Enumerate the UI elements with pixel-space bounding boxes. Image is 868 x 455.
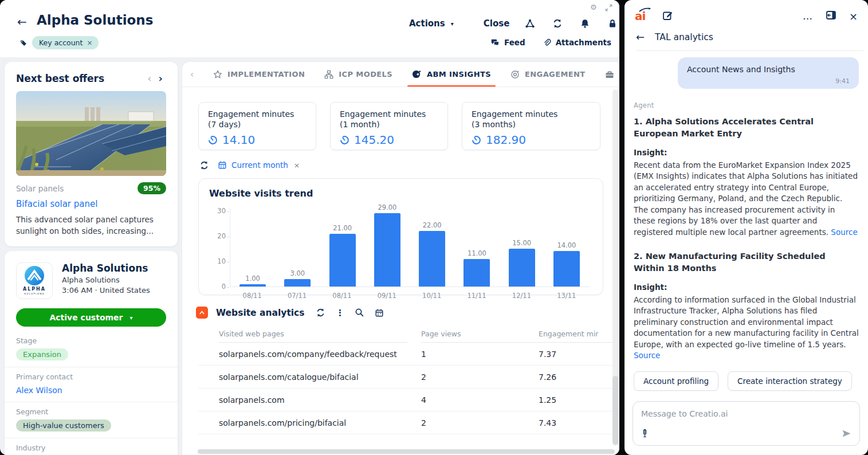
offer-category: Solar panels [16, 184, 138, 193]
website-visits-chart-card: Website visits trend 01020301.003.0021.0… [198, 178, 603, 295]
search-icon[interactable] [354, 307, 366, 319]
agent-section-body: Insight:According to information surface… [634, 282, 859, 362]
table-cell: 1.25 [539, 395, 619, 405]
insight-label: Insight: [634, 282, 859, 293]
bar-value-label: 3.00 [290, 269, 305, 277]
filter-refresh-icon[interactable] [198, 159, 210, 171]
ai-message-input[interactable] [633, 402, 859, 425]
metric-value: 145.20 [354, 133, 394, 147]
table-row[interactable]: solarpanels.com/company/feedback/request… [198, 343, 619, 366]
source-link[interactable]: Source [634, 351, 660, 360]
x-axis-label: 09/11 [374, 292, 400, 300]
close-record-button[interactable]: Close [484, 18, 510, 29]
ai-message-input-box [633, 401, 860, 446]
gear-icon[interactable]: ⚙ [590, 3, 597, 11]
offer-product-link[interactable]: Bifacial solar panel [16, 199, 166, 209]
chart-bar [553, 251, 580, 287]
more-options-icon[interactable]: ⋮ [335, 307, 346, 319]
segment-pill[interactable]: High-value customers [16, 419, 111, 432]
back-icon[interactable]: ← [17, 15, 27, 29]
user-message-text: Account News and Insigths [687, 65, 850, 74]
actions-button[interactable]: Actions ▾ [409, 18, 454, 29]
account-status-button[interactable]: Active customer ▾ [16, 308, 166, 327]
account-name: Alpha Solutions [62, 262, 150, 274]
tabs-scroll-left-icon[interactable]: ‹ [190, 69, 194, 80]
ai-menu-icon[interactable]: … [803, 10, 813, 22]
horizontal-scrollbar[interactable] [198, 449, 615, 454]
feed-button[interactable]: Feed [490, 38, 525, 47]
voice-input-icon[interactable] [641, 429, 649, 440]
ai-panel-header: ai … × [625, 0, 868, 24]
analytics-rows: solarpanels.com/company/feedback/request… [198, 343, 619, 434]
chart-bar-group: 11.00 [464, 249, 490, 287]
tab-icp-models[interactable]: ICP MODELS [324, 62, 392, 87]
ai-chat-area: Account News and Insigths 9:41 Agent 1. … [634, 57, 859, 395]
tab-engagement[interactable]: ENGAGEMENT [510, 62, 586, 87]
message-timestamp: 9:41 [687, 77, 850, 85]
field-stage: Stage Expansion [5, 331, 178, 367]
chart-bar-group: 3.00 [284, 269, 311, 287]
dock-panel-icon[interactable] [826, 10, 836, 23]
field-industry: Industry Manufacturing and di... [5, 438, 178, 455]
close-panel-icon[interactable]: × [849, 10, 858, 22]
agent-section-heading: 1. Alpha Solutions Accelerates Central E… [634, 116, 859, 140]
filter-row: Current month × [198, 159, 619, 171]
tag-icon [19, 39, 28, 47]
y-axis-tick: 20 [210, 232, 226, 240]
tab-health[interactable]: HEA [605, 62, 619, 87]
collapse-section-icon[interactable] [196, 307, 208, 319]
svg-text:SOLUTIONS: SOLUTIONS [24, 292, 45, 295]
offers-prev-icon[interactable]: ‹ [144, 72, 155, 84]
table-row[interactable]: solarpanels.com/pricing/bifacial27.43 [198, 411, 619, 434]
metric-value: 182.90 [486, 133, 526, 147]
next-best-offers-card: Next best offers ‹ › [5, 62, 178, 246]
column-header-views[interactable]: Page views [421, 325, 539, 343]
table-row[interactable]: solarpanels.com41.25 [198, 389, 619, 411]
vertical-scrollbar-track[interactable] [612, 89, 618, 446]
notifications-bell-icon[interactable] [578, 17, 592, 30]
account-meta: 3:06 AM · United States [62, 286, 150, 295]
bar-value-label: 22.00 [423, 221, 442, 229]
vertical-scrollbar-thumb[interactable] [612, 376, 618, 445]
stage-pill[interactable]: Expansion [16, 348, 68, 360]
source-link[interactable]: Source [831, 227, 857, 237]
table-cell: 7.37 [539, 350, 619, 359]
attachments-button[interactable]: Attachments [543, 38, 611, 47]
column-header-engagement[interactable]: Engagement mir [539, 325, 619, 343]
tab-implementation[interactable]: IMPLEMENTATION [213, 62, 305, 87]
tab-abm-insights[interactable]: ABM INSIGHTS [412, 62, 491, 87]
website-analytics-title: Website analytics [216, 308, 305, 318]
x-axis-label: 11/11 [464, 292, 490, 300]
refresh-icon[interactable] [551, 17, 564, 30]
chevron-down-icon: ▾ [130, 315, 133, 321]
table-cell: 7.26 [539, 372, 619, 382]
agent-section-heading: 2. New Manufacturing Facility Scheduled … [634, 250, 859, 274]
paperclip-icon [543, 38, 551, 47]
x-axis-label: 08/11 [329, 292, 355, 300]
period-filter-chip[interactable]: Current month × [218, 160, 300, 170]
create-interaction-strategy-button[interactable]: Create interaction strategy [728, 371, 852, 391]
filter-remove-icon[interactable]: × [294, 161, 300, 170]
column-header-pages[interactable]: Visited web pages [219, 325, 407, 343]
analytics-refresh-icon[interactable] [315, 307, 327, 319]
table-cell: solarpanels.com/pricing/bifacial [219, 418, 421, 427]
process-icon[interactable] [523, 17, 537, 30]
expand-icon[interactable] [605, 4, 612, 13]
send-icon[interactable] [842, 429, 851, 440]
metric-value: 14.10 [222, 133, 255, 147]
tag-remove-icon[interactable]: × [87, 39, 92, 47]
calendar-icon[interactable] [374, 307, 385, 319]
primary-contact-link[interactable]: Alex Wilson [16, 386, 62, 395]
new-chat-icon[interactable] [662, 10, 673, 23]
bar-value-label: 1.00 [245, 274, 260, 283]
offers-next-icon[interactable]: › [155, 72, 166, 84]
key-account-tag[interactable]: Key account × [32, 36, 99, 49]
table-row[interactable]: solarpanels.com/catalogue/bifacial27.26 [198, 366, 619, 389]
tabs-bar: ‹ IMPLEMENTATION ICP MODELS ABM INSIGHTS… [182, 62, 619, 87]
lock-icon[interactable] [606, 17, 619, 30]
tab-label: ENGAGEMENT [525, 70, 586, 79]
field-label: Stage [16, 336, 166, 345]
account-profiling-button[interactable]: Account profiling [634, 371, 718, 391]
creatio-ai-logo[interactable]: ai [635, 9, 654, 23]
ai-back-icon[interactable]: ← [636, 31, 645, 43]
